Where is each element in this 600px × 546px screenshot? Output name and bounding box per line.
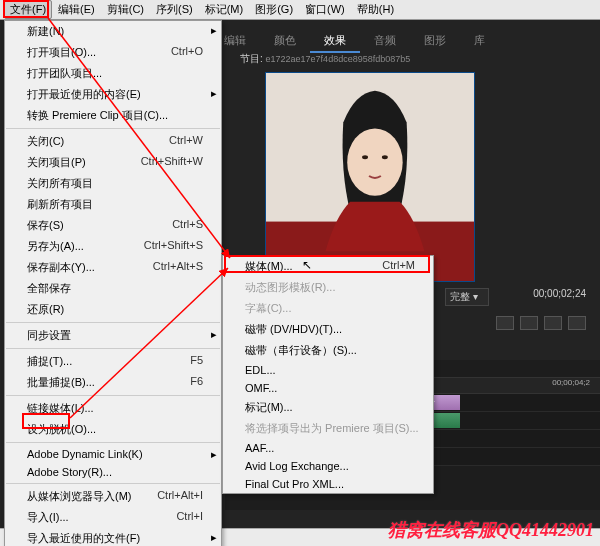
annotation-media-highlight — [224, 255, 430, 273]
menu-item[interactable]: 从媒体浏览器导入(M)Ctrl+Alt+I — [5, 486, 221, 507]
tab-audio[interactable]: 音频 — [360, 30, 410, 53]
tool-icon[interactable] — [496, 316, 514, 330]
menu-sequence[interactable]: 序列(S) — [150, 0, 199, 19]
menu-item[interactable]: 新建(N)▸ — [5, 21, 221, 42]
annotation-file-highlight — [3, 0, 49, 18]
menu-item[interactable]: 刷新所有项目 — [5, 194, 221, 215]
annotation-export-highlight — [22, 413, 70, 429]
menu-item[interactable]: Final Cut Pro XML... — [223, 475, 433, 493]
menu-item[interactable]: 关闭所有项目 — [5, 173, 221, 194]
tool-icon[interactable] — [568, 316, 586, 330]
menu-item[interactable]: 导入(I)...Ctrl+I — [5, 507, 221, 528]
menu-item[interactable]: 保存副本(Y)...Ctrl+Alt+S — [5, 257, 221, 278]
svg-point-5 — [382, 155, 388, 159]
menu-item[interactable]: EDL... — [223, 361, 433, 379]
file-menu-dropdown: 新建(N)▸打开项目(O)...Ctrl+O打开团队项目...打开最近使用的内容… — [4, 20, 222, 546]
export-submenu: 媒体(M)...Ctrl+M动态图形模板(R)...字幕(C)...磁带 (DV… — [222, 255, 434, 494]
program-monitor[interactable] — [265, 72, 475, 282]
menubar: 文件(F) 编辑(E) 剪辑(C) 序列(S) 标记(M) 图形(G) 窗口(W… — [0, 0, 600, 20]
tool-icon[interactable] — [544, 316, 562, 330]
duration-display: 00;00;02;24 — [533, 288, 586, 299]
menu-item[interactable]: 捕捉(T)...F5 — [5, 351, 221, 372]
tab-library[interactable]: 库 — [460, 30, 499, 53]
menu-item[interactable]: 导入最近使用的文件(F)▸ — [5, 528, 221, 546]
menu-item[interactable]: 字幕(C)... — [223, 298, 433, 319]
menu-item[interactable]: 转换 Premiere Clip 项目(C)... — [5, 105, 221, 126]
menu-item[interactable]: 批量捕捉(B)...F6 — [5, 372, 221, 393]
menu-item[interactable]: 全部保存 — [5, 278, 221, 299]
menu-clip[interactable]: 剪辑(C) — [101, 0, 150, 19]
menu-item[interactable]: AAF... — [223, 439, 433, 457]
tab-effects[interactable]: 效果 — [310, 30, 360, 53]
menu-item[interactable]: 另存为(A)...Ctrl+Shift+S — [5, 236, 221, 257]
sequence-title: 节目: e1722ae17e7f4d8dce8958fdb087b5 — [240, 52, 410, 66]
tab-graphics[interactable]: 图形 — [410, 30, 460, 53]
menu-item[interactable]: Adobe Story(R)... — [5, 463, 221, 481]
menu-item[interactable]: 标记(M)... — [223, 397, 433, 418]
menu-item[interactable]: Avid Log Exchange... — [223, 457, 433, 475]
menu-item[interactable]: 磁带 (DV/HDV)(T)... — [223, 319, 433, 340]
watermark-text: 猎窝在线客服QQ41442901 — [388, 518, 594, 542]
menu-item[interactable]: 打开团队项目... — [5, 63, 221, 84]
menu-item[interactable]: OMF... — [223, 379, 433, 397]
menu-item[interactable]: 关闭(C)Ctrl+W — [5, 131, 221, 152]
menu-item[interactable]: 还原(R) — [5, 299, 221, 320]
menu-item[interactable]: 将选择项导出为 Premiere 项目(S)... — [223, 418, 433, 439]
fit-dropdown[interactable]: 完整 ▾ — [445, 288, 489, 306]
svg-point-4 — [362, 155, 368, 159]
menu-item[interactable]: 关闭项目(P)Ctrl+Shift+W — [5, 152, 221, 173]
menu-item[interactable]: 保存(S)Ctrl+S — [5, 215, 221, 236]
workspace-tabs: 编辑 颜色 效果 音频 图形 库 — [210, 30, 499, 53]
tool-icon[interactable] — [520, 316, 538, 330]
menu-item[interactable]: 磁带（串行设备）(S)... — [223, 340, 433, 361]
menu-item[interactable]: 打开最近使用的内容(E)▸ — [5, 84, 221, 105]
menu-marker[interactable]: 标记(M) — [199, 0, 250, 19]
menu-edit[interactable]: 编辑(E) — [52, 0, 101, 19]
menu-graphic[interactable]: 图形(G) — [249, 0, 299, 19]
menu-item[interactable]: Adobe Dynamic Link(K)▸ — [5, 445, 221, 463]
menu-item[interactable]: 动态图形模板(R)... — [223, 277, 433, 298]
menu-help[interactable]: 帮助(H) — [351, 0, 400, 19]
monitor-tools — [496, 316, 586, 330]
menu-item[interactable]: 同步设置▸ — [5, 325, 221, 346]
menu-item[interactable]: 打开项目(O)...Ctrl+O — [5, 42, 221, 63]
menu-window[interactable]: 窗口(W) — [299, 0, 351, 19]
cursor-icon: ↖ — [302, 258, 312, 272]
svg-point-3 — [347, 128, 402, 195]
tab-color[interactable]: 颜色 — [260, 30, 310, 53]
